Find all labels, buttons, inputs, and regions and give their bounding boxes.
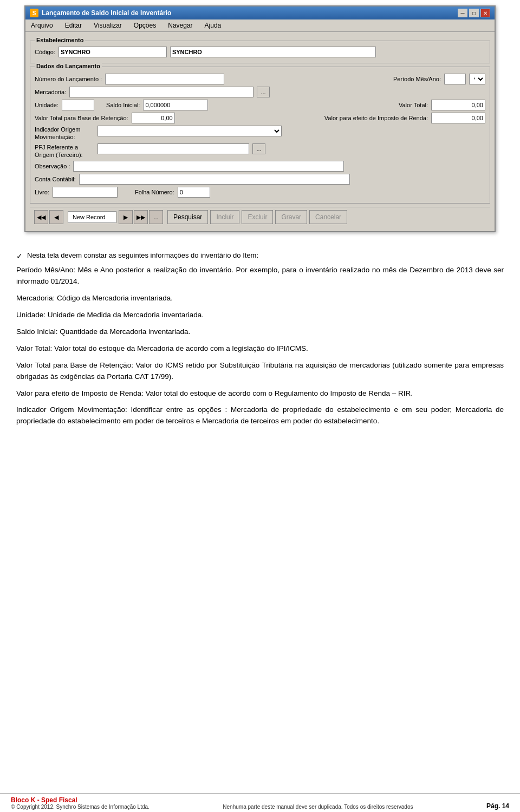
para-valor-base: Valor Total para Base de Retenção: Valor…	[16, 360, 504, 383]
pesquisar-button[interactable]: Pesquisar	[167, 210, 208, 224]
menubar: Arquivo Editar Visualizar Opções Navegar…	[25, 19, 495, 32]
cancelar-button[interactable]: Cancelar	[309, 210, 347, 224]
menu-editar[interactable]: Editar	[63, 21, 84, 30]
group-dados-lancamento: Dados do Lançamento Número do Lançamento…	[30, 67, 490, 204]
folha-numero-input[interactable]	[178, 187, 210, 198]
periodo-dropdown[interactable]: ▼	[469, 74, 485, 84]
checkmark-icon: ✓	[16, 252, 23, 260]
codigo-input[interactable]	[58, 47, 167, 57]
para-mercadoria: Mercadoria: Código da Mercadoria inventa…	[16, 293, 504, 304]
footer-left: Bloco K - Sped Fiscal © Copyright 2012. …	[11, 796, 150, 810]
menu-navegar[interactable]: Navegar	[166, 21, 194, 30]
valor-total-input[interactable]	[431, 100, 485, 110]
menu-arquivo[interactable]: Arquivo	[29, 21, 55, 30]
content-area: ✓ Nesta tela devem constar as seguintes …	[0, 240, 520, 443]
dialog-wrapper: S Lançamento de Saldo Inicial de Inventá…	[0, 0, 520, 240]
group-estabelecimento: Estabelecimento Código:	[30, 41, 490, 63]
saldo-inicial-label: Saldo Inicial:	[106, 102, 140, 108]
dialog-window: S Lançamento de Saldo Inicial de Inventá…	[24, 5, 496, 232]
group-dados-title: Dados do Lançamento	[35, 63, 102, 69]
valor-imp-renda-label: Valor para efeito de Imposto de Renda:	[324, 115, 428, 121]
menu-opcoes[interactable]: Opções	[132, 21, 158, 30]
window-controls: ─ □ ✕	[458, 9, 490, 17]
dialog-app-icon: S	[30, 9, 38, 17]
periodo-mes-input[interactable]	[444, 74, 466, 84]
nav-group-right: ▶ ▶▶ ...	[119, 210, 163, 224]
titlebar-left: S Lançamento de Saldo Inicial de Inventá…	[30, 9, 171, 17]
menu-visualizar[interactable]: Visualizar	[92, 21, 124, 30]
nome-input[interactable]	[170, 47, 376, 57]
para-periodo: Período Mês/Ano: Mês e Ano posterior a r…	[16, 265, 504, 287]
observacao-label: Observação :	[35, 163, 70, 169]
unidade-label: Unidade:	[35, 102, 58, 108]
nav-group: ◀◀ ◀	[34, 210, 63, 224]
valor-base-ret-label: Valor Total para Base de Retenção:	[35, 115, 128, 121]
indicador-origem-select[interactable]	[98, 126, 282, 136]
incluir-button[interactable]: Incluir	[210, 210, 239, 224]
mercadoria-input[interactable]	[69, 87, 253, 97]
dialog-title: Lançamento de Saldo Inicial de Inventári…	[42, 9, 171, 17]
nav-last-button[interactable]: ▶▶	[134, 210, 148, 224]
footer-copyright: © Copyright 2012. Synchro Sistemas de In…	[11, 804, 150, 810]
mercadoria-label: Mercadoria:	[35, 89, 66, 95]
para-valor-imp: Valor para efeito de Imposto de Renda: V…	[16, 388, 504, 400]
toolbar: ◀◀ ◀ New Record ▶ ▶▶ ... Pesquisar Inclu…	[30, 207, 490, 227]
pfj-label: PFJ Referente aOrigem (Terceiro):	[35, 143, 94, 159]
footer-page: Pág. 14	[486, 802, 509, 810]
codigo-label: Código:	[35, 49, 55, 55]
menu-ajuda[interactable]: Ajuda	[203, 21, 224, 30]
valor-imp-renda-input[interactable]	[431, 113, 485, 123]
conta-contabil-input[interactable]	[79, 174, 350, 185]
livro-input[interactable]	[53, 187, 118, 198]
numero-label: Número do Lançamento :	[35, 76, 102, 82]
dialog-body: Estabelecimento Código: Dados do Lançame…	[25, 32, 495, 231]
valor-base-ret-input[interactable]	[132, 113, 175, 123]
nav-first-button[interactable]: ◀◀	[34, 210, 48, 224]
indicador-origem-label: Indicador OrigemMovimentação:	[35, 126, 94, 141]
checkmark-item: ✓ Nesta tela devem constar as seguintes …	[16, 251, 504, 260]
footer-notice: Nenhuma parte deste manual deve ser dupl…	[223, 804, 413, 810]
folha-numero-label: Folha Número:	[135, 189, 174, 195]
minimize-button[interactable]: ─	[458, 9, 467, 17]
footer-brand: Bloco K - Sped Fiscal	[11, 796, 150, 804]
pfj-browse-button[interactable]: ...	[252, 143, 265, 154]
conta-contabil-label: Conta Contábil:	[35, 176, 76, 182]
para-valor-total: Valor Total: Valor total do estoque da M…	[16, 343, 504, 355]
gravar-button[interactable]: Gravar	[275, 210, 307, 224]
nav-extra-button[interactable]: ...	[149, 210, 163, 224]
nav-next-button[interactable]: ▶	[119, 210, 133, 224]
para-saldo: Saldo Inicial: Quantidade da Mercadoria …	[16, 326, 504, 338]
group-estabelecimento-title: Estabelecimento	[35, 37, 85, 43]
pfj-input[interactable]	[98, 143, 249, 154]
unidade-input[interactable]	[62, 100, 94, 110]
observacao-input[interactable]	[73, 161, 344, 172]
livro-label: Livro:	[35, 189, 49, 195]
valor-total-label: Valor Total:	[399, 102, 428, 108]
close-button[interactable]: ✕	[480, 9, 490, 17]
periodo-label: Período Mês/Ano:	[393, 76, 441, 82]
excluir-button[interactable]: Excluir	[242, 210, 273, 224]
footer: Bloco K - Sped Fiscal © Copyright 2012. …	[0, 794, 520, 812]
maximize-button[interactable]: □	[469, 9, 479, 17]
checkmark-text: Nesta tela devem constar as seguintes in…	[27, 251, 258, 259]
nav-prev-button[interactable]: ◀	[49, 210, 63, 224]
new-record-display: New Record	[68, 211, 116, 223]
saldo-inicial-input[interactable]	[143, 100, 208, 110]
numero-input[interactable]	[105, 74, 224, 84]
para-unidade: Unidade: Unidade de Medida da Mercadoria…	[16, 310, 504, 321]
mercadoria-browse-button[interactable]: ...	[257, 87, 270, 97]
dialog-titlebar: S Lançamento de Saldo Inicial de Inventá…	[25, 6, 495, 19]
para-indicador: Indicador Origem Movimentação: Identific…	[16, 404, 504, 427]
